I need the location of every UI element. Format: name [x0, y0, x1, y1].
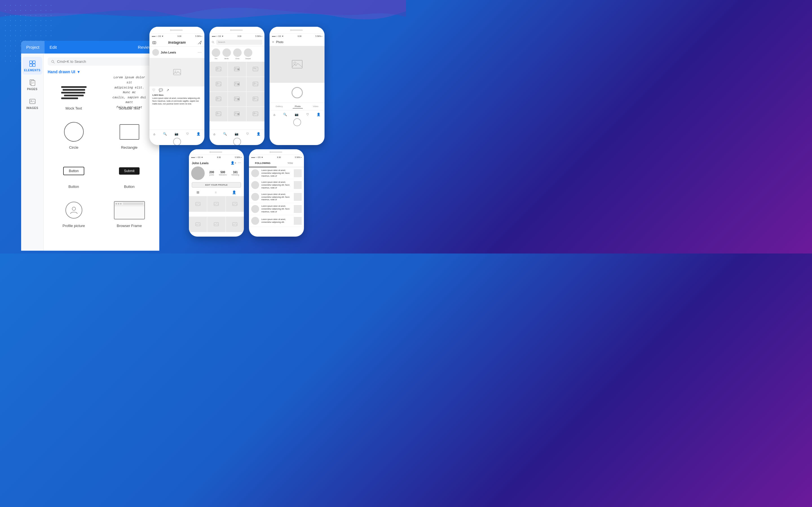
svg-rect-9 [30, 99, 35, 104]
follow-name: Lorem ipsum dolor sit amet, consectetur … [261, 193, 292, 201]
follow-thumb [294, 169, 302, 177]
ig-caption: Lorem ipsum dolor sit amet, consectetur … [149, 96, 204, 107]
svg-rect-54 [214, 223, 218, 226]
svg-rect-53 [196, 223, 200, 226]
button-filled-preview: Submit [111, 160, 148, 182]
phones-bottom-row: ●●●○○ GS ▼ 9:30 5 56% ▪ John Lewis 👤+ ⋯ [189, 149, 403, 237]
svg-point-23 [235, 68, 236, 69]
camera-icon [152, 41, 156, 45]
profile-cell-icon [232, 222, 238, 227]
grid-search-bar[interactable]: Search [216, 40, 262, 45]
svg-point-21 [217, 68, 218, 69]
svg-rect-55 [233, 223, 237, 226]
svg-point-18 [212, 41, 214, 43]
edit-profile-btn[interactable]: EDIT YOUR PROFILE [192, 182, 241, 187]
browser-frame-label: Browser Frame [117, 224, 142, 228]
profile-cell-icon [195, 222, 200, 227]
ig-post-image [149, 58, 204, 87]
svg-point-33 [254, 83, 255, 84]
tab-gallery[interactable]: Gallery [273, 105, 285, 108]
ig-avatar [152, 49, 159, 56]
image-icon [173, 68, 181, 76]
svg-rect-39 [253, 97, 258, 101]
element-rectangle[interactable]: Rectangle [103, 117, 155, 153]
profile-name: John Lewis [192, 161, 209, 165]
circle-shape [64, 122, 84, 142]
follow-avatar [251, 169, 259, 177]
grid-nav: ⌂ 🔍 📷 ♡ 👤 [209, 129, 264, 138]
list-item: Lorem ipsum dolor sit amet, consectetur … [249, 167, 304, 179]
ig-username: John Lewis [161, 51, 176, 54]
follow-avatar [251, 217, 259, 225]
tab-you[interactable]: YOU [276, 159, 304, 167]
photo-large-icon [292, 59, 303, 70]
svg-rect-20 [216, 67, 221, 71]
list-item: Lorem ipsum dolor sit amet, consectetur … [249, 191, 304, 203]
tab-photo[interactable]: Photo [293, 105, 303, 108]
photo-cell-icon [234, 96, 240, 102]
svg-rect-2 [30, 64, 32, 66]
svg-rect-25 [253, 67, 258, 71]
sidebar-item-elements[interactable]: ELEMENTS [22, 57, 42, 75]
profile-cell-icon [232, 202, 238, 207]
element-button-filled[interactable]: Submit Button [103, 156, 155, 192]
ig-likes: 1,923 likes [149, 94, 204, 96]
profile-tabs: ⊞ ≡ 👤 [189, 189, 244, 196]
follow-thumb [294, 205, 302, 213]
svg-point-17 [175, 71, 176, 72]
elements-row-2: Circle Rectangle [48, 117, 155, 153]
story-row: Tim Berlin Chris Darjeel [209, 46, 264, 62]
profile-cell-icon [195, 202, 200, 207]
follow-tabs: FOLLOWING YOU [249, 159, 304, 167]
button-filled-label: Button [124, 184, 135, 189]
search-input[interactable] [57, 59, 152, 64]
svg-rect-14 [153, 41, 156, 44]
element-button-outline[interactable]: Button Button [48, 156, 100, 192]
project-button[interactable]: Project [21, 41, 45, 54]
photo-nav: ⌂ 🔍 📷 ♡ 👤 [269, 110, 324, 119]
edit-button[interactable]: Edit [45, 41, 62, 54]
search-icon-2 [212, 41, 214, 44]
svg-rect-5 [31, 80, 35, 86]
list-item: Lorem ipsum dolor sit amet, consectetur … [249, 203, 304, 215]
element-scribble-text[interactable]: Lorem ipsum dolor sit adipiscing elit. N… [103, 78, 155, 114]
profile-cell-icon [214, 222, 219, 227]
svg-point-44 [235, 113, 236, 114]
elements-label: ELEMENTS [24, 69, 40, 72]
follow-avatar [251, 193, 259, 201]
follow-avatar [251, 205, 259, 213]
profile-avatar [191, 166, 205, 180]
svg-point-47 [254, 113, 255, 114]
follow-thumb [294, 193, 302, 201]
following-count: 161 [233, 171, 238, 174]
pages-icon [29, 78, 36, 87]
element-browser-frame[interactable]: Browser Frame [103, 195, 155, 231]
tab-following[interactable]: FOLLOWING [249, 159, 276, 167]
sidebar-item-images[interactable]: IMAGES [22, 95, 42, 112]
scribble-text-label: Scribble Text [119, 106, 140, 110]
svg-point-35 [217, 98, 218, 99]
element-circle[interactable]: Circle [48, 117, 100, 153]
svg-rect-1 [33, 61, 35, 63]
svg-point-28 [217, 83, 218, 84]
follow-name: Lorem ipsum dolor sit amet, consectetur … [261, 169, 292, 177]
phone-following: ●●●○○ GS ▼ 9:30 5 56% ▪ FOLLOWING YOU Lo… [249, 149, 304, 237]
svg-point-40 [254, 98, 255, 99]
button-outline-preview: Button [56, 160, 92, 182]
follow-avatar [251, 181, 259, 189]
photo-cell-icon [234, 66, 240, 72]
profile-pic-preview-container [56, 199, 92, 221]
tab-video[interactable]: Video [310, 105, 320, 108]
rectangle-shape [119, 124, 139, 140]
sidebar-item-pages[interactable]: PAGES [22, 76, 42, 94]
search-bar[interactable] [48, 57, 155, 66]
svg-point-30 [235, 83, 236, 84]
elements-row-3: Button Button Submit Button [48, 156, 155, 192]
images-label: IMAGES [26, 107, 38, 110]
element-profile-pic[interactable]: Profile picture [48, 195, 100, 231]
svg-point-11 [52, 60, 54, 62]
category-header[interactable]: Hand drawn UI ▾ [48, 69, 155, 74]
follow-name: Lorem ipsum dolor sit amet, consectetur … [261, 218, 292, 224]
profile-pic-shape [65, 202, 82, 219]
element-mock-text[interactable]: Mock Text [48, 78, 100, 114]
